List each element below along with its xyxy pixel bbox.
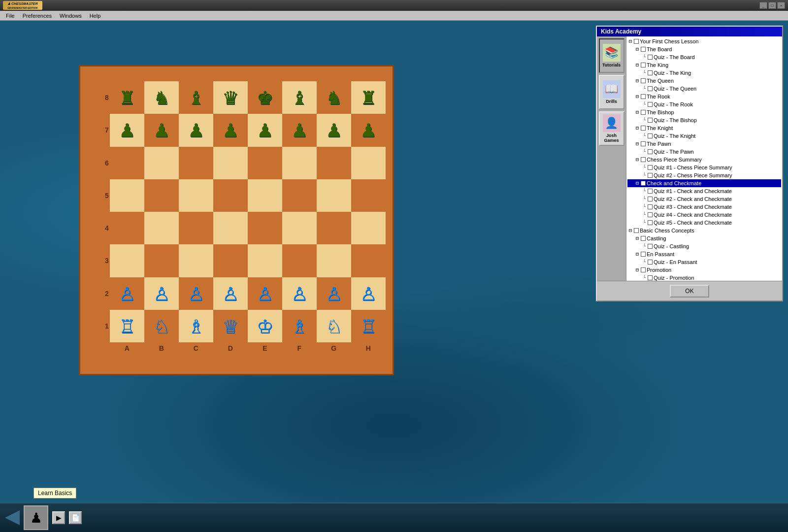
tree-item-0[interactable]: ⊟ Your First Chess Lesson (627, 37, 781, 45)
cell-f5[interactable] (282, 179, 317, 212)
cell-e7[interactable]: ♟ (248, 114, 282, 146)
cell-g6[interactable] (317, 147, 351, 179)
cell-f2[interactable]: ♙ (282, 277, 317, 310)
tree-item-25[interactable]: ⊟ Castling (627, 234, 781, 242)
cell-g5[interactable] (317, 179, 351, 212)
josh-games-button[interactable]: 👤 JoshGames (599, 111, 624, 146)
menu-help[interactable]: Help (86, 12, 105, 20)
minimize-button[interactable]: _ (759, 2, 767, 9)
menu-windows[interactable]: Windows (56, 12, 86, 20)
cell-a8[interactable]: ♜ (110, 81, 144, 114)
cell-g3[interactable] (317, 244, 351, 277)
cell-g8[interactable]: ♞ (317, 81, 351, 114)
tree-item-11[interactable]: ⊟ The Knight (627, 124, 781, 132)
tree-item-23[interactable]: └ Quiz #5 - Check and Checkmate (627, 219, 781, 227)
cell-b8[interactable]: ♞ (144, 81, 179, 114)
cell-c8[interactable]: ♝ (179, 81, 213, 114)
tree-item-1[interactable]: ⊟ The Board (627, 45, 781, 53)
tree-item-20[interactable]: └ Quiz #2 - Check and Checkmate (627, 195, 781, 203)
cell-h2[interactable]: ♙ (351, 277, 386, 310)
triangle-nav-button[interactable] (5, 510, 20, 525)
menu-preferences[interactable]: Preferences (19, 12, 56, 20)
tree-item-15[interactable]: ⊟ Chess Piece Summary (627, 156, 781, 164)
cell-b7[interactable]: ♟ (144, 114, 179, 146)
tree-item-18[interactable]: ⊟ Check and Checkmate (627, 179, 781, 187)
maximize-button[interactable]: □ (768, 2, 776, 9)
cell-e6[interactable] (248, 147, 282, 179)
tree-item-9[interactable]: ⊟ The Bishop (627, 108, 781, 116)
tree-item-26[interactable]: └ Quiz - Castling (627, 242, 781, 250)
cell-c5[interactable] (179, 179, 213, 212)
cell-d3[interactable] (213, 244, 248, 277)
cell-f7[interactable]: ♟ (282, 114, 317, 146)
cell-g4[interactable] (317, 212, 351, 244)
tree-item-6[interactable]: └ Quiz - The Queen (627, 85, 781, 93)
cell-h3[interactable] (351, 244, 386, 277)
cell-d7[interactable]: ♟ (213, 114, 248, 146)
tree-item-13[interactable]: ⊟ The Pawn (627, 140, 781, 148)
tree-item-5[interactable]: ⊟ The Queen (627, 77, 781, 85)
cell-h6[interactable] (351, 147, 386, 179)
cell-h4[interactable] (351, 212, 386, 244)
cell-a5[interactable] (110, 179, 144, 212)
cell-d4[interactable] (213, 212, 248, 244)
cell-d5[interactable] (213, 179, 248, 212)
cell-b5[interactable] (144, 179, 179, 212)
tree-item-8[interactable]: └ Quiz - The Rook (627, 100, 781, 108)
tree-item-3[interactable]: ⊟ The King (627, 61, 781, 69)
tree-item-4[interactable]: └ Quiz - The King (627, 69, 781, 77)
cell-c7[interactable]: ♟ (179, 114, 213, 146)
cell-a2[interactable]: ♙ (110, 277, 144, 310)
menu-file[interactable]: File (2, 12, 19, 20)
cell-f1[interactable]: ♗ (282, 310, 317, 342)
tree-item-29[interactable]: ⊟ Promotion (627, 266, 781, 274)
tree-item-17[interactable]: └ Quiz #2 - Chess Piece Summary (627, 171, 781, 179)
cell-f6[interactable] (282, 147, 317, 179)
cell-c3[interactable] (179, 244, 213, 277)
cell-h1[interactable]: ♖ (351, 310, 386, 342)
tree-item-2[interactable]: └ Quiz - The Board (627, 53, 781, 61)
cell-g1[interactable]: ♘ (317, 310, 351, 342)
cell-d2[interactable]: ♙ (213, 277, 248, 310)
cell-b6[interactable] (144, 147, 179, 179)
cell-a3[interactable] (110, 244, 144, 277)
tree-item-21[interactable]: └ Quiz #3 - Check and Checkmate (627, 203, 781, 211)
tree-item-10[interactable]: └ Quiz - The Bishop (627, 116, 781, 124)
cell-f4[interactable] (282, 212, 317, 244)
file-button[interactable]: 📄 (69, 511, 82, 524)
cell-f3[interactable] (282, 244, 317, 277)
cell-a4[interactable] (110, 212, 144, 244)
tree-item-19[interactable]: └ Quiz #1 - Check and Checkmate (627, 187, 781, 195)
cell-c6[interactable] (179, 147, 213, 179)
cell-b3[interactable] (144, 244, 179, 277)
tree-item-28[interactable]: └ Quiz - En Passant (627, 258, 781, 266)
cell-e5[interactable] (248, 179, 282, 212)
cell-g7[interactable]: ♟ (317, 114, 351, 146)
cell-a6[interactable] (110, 147, 144, 179)
tree-item-7[interactable]: ⊟ The Rook (627, 93, 781, 100)
tutorials-button[interactable]: 📚 Tutorials (599, 38, 624, 73)
cell-h7[interactable]: ♟ (351, 114, 386, 146)
tree-item-24[interactable]: ⊟ Basic Chess Concepts (627, 227, 781, 234)
tree-item-14[interactable]: └ Quiz - The Pawn (627, 148, 781, 156)
tree-panel[interactable]: ⊟ Your First Chess Lesson⊟ The Board└ Qu… (626, 36, 782, 281)
cell-d1[interactable]: ♕ (213, 310, 248, 342)
tree-item-30[interactable]: └ Quiz - Promotion (627, 274, 781, 281)
ok-button[interactable]: OK (670, 285, 709, 298)
cell-a1[interactable]: ♖ (110, 310, 144, 342)
cell-b4[interactable] (144, 212, 179, 244)
cell-b2[interactable]: ♙ (144, 277, 179, 310)
cell-e1[interactable]: ♔ (248, 310, 282, 342)
cell-d6[interactable] (213, 147, 248, 179)
play-button[interactable]: ▶ (52, 511, 65, 524)
cell-e8[interactable]: ♚ (248, 81, 282, 114)
cell-g2[interactable]: ♙ (317, 277, 351, 310)
cell-c2[interactable]: ♙ (179, 277, 213, 310)
cell-e3[interactable] (248, 244, 282, 277)
cell-c4[interactable] (179, 212, 213, 244)
cell-e2[interactable]: ♙ (248, 277, 282, 310)
tree-item-12[interactable]: └ Quiz - The Knight (627, 132, 781, 140)
cell-e4[interactable] (248, 212, 282, 244)
cell-h8[interactable]: ♜ (351, 81, 386, 114)
close-button[interactable]: × (777, 2, 785, 9)
